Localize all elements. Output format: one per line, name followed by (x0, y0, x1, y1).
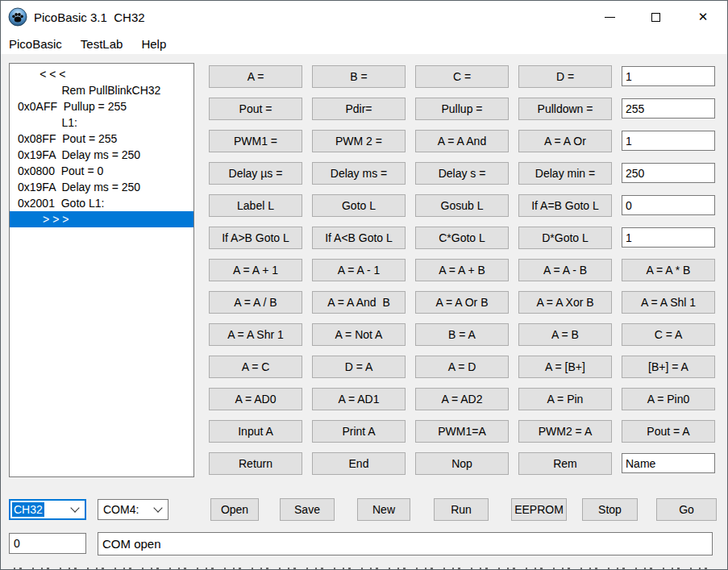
grid-button[interactable]: Delay min = (518, 162, 612, 185)
code-line[interactable]: L1: (10, 114, 193, 131)
grid-button[interactable]: If A>B Goto L (209, 227, 302, 249)
maximize-button[interactable] (637, 1, 674, 33)
grid-button[interactable]: Delay s = (415, 162, 509, 185)
grid-button[interactable]: Pout = (209, 98, 302, 120)
grid-button[interactable]: If A=B Goto L (518, 194, 612, 217)
grid-button[interactable]: If A<B Goto L (312, 227, 406, 249)
menu-testlab[interactable]: TestLab (74, 35, 130, 53)
grid-button[interactable]: Delay ms = (312, 162, 406, 185)
grid-button[interactable]: Gosub L (415, 194, 509, 217)
grid-button[interactable]: B = (312, 65, 406, 88)
grid-button[interactable]: D*Goto L (518, 227, 612, 249)
grid-row: A = A + 1A = A - 1A = A + BA = A - BA = … (209, 259, 725, 281)
grid-button[interactable]: A = A And (415, 130, 509, 152)
maximize-icon (651, 13, 660, 22)
menubar: PicoBasic TestLab Help (1, 33, 727, 54)
grid-button[interactable]: Pulldown = (518, 98, 612, 120)
new-button[interactable]: New (357, 498, 410, 521)
grid-button[interactable]: B = A (415, 323, 509, 346)
grid-button[interactable]: A = (209, 65, 302, 88)
status-message-input[interactable] (98, 532, 713, 555)
grid-button[interactable]: A = AD1 (312, 388, 406, 410)
grid-button[interactable]: A = A + 1 (209, 259, 302, 281)
grid-button[interactable]: A = D (415, 356, 509, 378)
port-combobox[interactable]: COM4: (98, 499, 168, 520)
grid-button[interactable]: PWM 2 = (312, 130, 406, 152)
grid-button[interactable]: PWM2 = A (518, 420, 612, 443)
code-line[interactable]: Rem PullBlinkCH32 (10, 82, 193, 98)
grid-button[interactable]: A = A / B (209, 291, 302, 314)
grid-button[interactable]: A = A Shr 1 (209, 323, 302, 346)
menu-help[interactable]: Help (135, 35, 173, 53)
value-input[interactable] (622, 227, 715, 248)
grid-button[interactable]: [B+] = A (622, 356, 715, 378)
grid-button[interactable]: Pout = A (622, 420, 715, 443)
code-line[interactable]: 0x08FF Pout = 255 (10, 131, 193, 147)
grid-button[interactable]: A = AD0 (209, 388, 302, 410)
paw-app-icon[interactable] (8, 7, 27, 27)
grid-button[interactable]: Input A (209, 420, 302, 443)
grid-button[interactable]: A = A Or (518, 130, 612, 152)
grid-button[interactable]: A = Not A (312, 323, 406, 346)
grid-button[interactable]: A = AD2 (415, 388, 509, 410)
code-line-selected[interactable]: > > > (10, 211, 193, 227)
grid-button[interactable]: Nop (415, 452, 509, 475)
grid-button[interactable]: A = A - B (518, 259, 612, 281)
code-line[interactable]: 0x19FA Delay ms = 250 (10, 147, 193, 163)
grid-button[interactable]: Label L (209, 194, 302, 217)
open-button[interactable]: Open (210, 498, 259, 521)
eeprom-button[interactable]: EEPROM (511, 498, 567, 521)
app-window: PicoBasic 3.1 CH32 ✕ PicoBasic TestLab H… (0, 0, 728, 570)
grid-button[interactable]: A = C (209, 356, 302, 378)
grid-button[interactable]: D = (518, 65, 612, 88)
code-line[interactable]: < < < (10, 66, 193, 82)
device-combobox[interactable]: CH32 (9, 499, 86, 520)
grid-button[interactable]: Delay µs = (209, 162, 302, 185)
stop-button[interactable]: Stop (582, 498, 638, 521)
go-button[interactable]: Go (656, 498, 717, 521)
grid-button[interactable]: Pullup = (415, 98, 509, 120)
code-line[interactable]: 0x19FA Delay ms = 250 (10, 179, 193, 195)
code-line[interactable]: 0x0800 Pout = 0 (10, 163, 193, 179)
grid-button[interactable]: PWM1=A (415, 420, 509, 443)
minimize-button[interactable] (591, 1, 628, 33)
grid-button[interactable]: Print A (312, 420, 406, 443)
grid-button[interactable]: PWM1 = (209, 130, 302, 152)
grid-button[interactable]: D = A (312, 356, 406, 378)
port-combobox-value: COM4: (103, 503, 139, 516)
menu-picobasic[interactable]: PicoBasic (2, 35, 69, 53)
grid-button[interactable]: A = A - 1 (312, 259, 406, 281)
grid-button[interactable]: Goto L (312, 194, 406, 217)
grid-button[interactable]: A = A Xor B (518, 291, 612, 314)
save-button[interactable]: Save (280, 498, 335, 521)
code-listbox[interactable]: < < < Rem PullBlinkCH320x0AFF Pullup = 2… (9, 63, 194, 477)
name-input[interactable] (622, 453, 715, 473)
grid-button[interactable]: A = A And B (312, 291, 406, 314)
value-input[interactable] (622, 131, 715, 151)
grid-button[interactable]: A = A Or B (415, 291, 509, 314)
value-input[interactable] (622, 66, 715, 86)
grid-button[interactable]: End (312, 452, 406, 475)
value-input[interactable] (622, 163, 715, 183)
grid-button[interactable]: C = A (622, 323, 715, 346)
grid-button[interactable]: C*Goto L (415, 227, 509, 249)
run-button[interactable]: Run (434, 498, 489, 521)
close-button[interactable]: ✕ (684, 1, 722, 33)
value-input[interactable] (622, 195, 715, 215)
grid-button[interactable]: Pdir= (312, 98, 406, 120)
code-line[interactable]: 0x0AFF Pullup = 255 (10, 98, 193, 114)
grid-button[interactable]: Return (209, 452, 302, 475)
grid-button[interactable]: A = A + B (415, 259, 509, 281)
value-input[interactable] (622, 98, 715, 119)
grid-button[interactable]: A = A * B (622, 259, 715, 281)
code-line[interactable]: 0x2001 Goto L1: (10, 195, 193, 211)
grid-button[interactable]: C = (415, 65, 509, 88)
chevron-down-icon (153, 503, 162, 512)
grid-button[interactable]: A = Pin0 (622, 388, 715, 410)
grid-button[interactable]: A = [B+] (518, 356, 612, 378)
grid-button[interactable]: A = Pin (518, 388, 612, 410)
grid-button[interactable]: A = B (518, 323, 612, 346)
grid-button[interactable]: A = A Shl 1 (622, 291, 715, 314)
counter-input[interactable] (9, 533, 86, 554)
grid-button[interactable]: Rem (518, 452, 612, 475)
